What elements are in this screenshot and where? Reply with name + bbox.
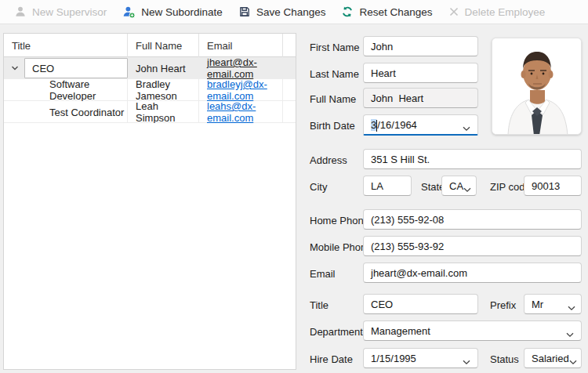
zip-code-value: 90013 [532, 180, 560, 192]
department-dropdown[interactable]: Management [363, 320, 582, 341]
column-header-title[interactable]: Title [4, 34, 128, 57]
save-changes-button[interactable]: Save Changes [230, 2, 334, 22]
first-name-field[interactable]: John [363, 36, 478, 56]
tree-header: Title Full Name Email [4, 34, 296, 57]
cell-email: jheart@dx-email.com [199, 57, 283, 79]
prefix-value: Mr [532, 299, 543, 310]
title-field[interactable]: CEO [363, 294, 478, 314]
column-header-full-name[interactable]: Full Name [128, 34, 199, 57]
title-cell-editor[interactable]: CEO [24, 58, 128, 78]
email-link[interactable]: jheart@dx-email.com [207, 57, 282, 79]
mobile-phone-field[interactable]: (213) 555-93-92 [363, 236, 582, 256]
new-supervisor-button[interactable]: New Supervisor [6, 2, 114, 22]
last-name-value: Heart [371, 67, 396, 79]
table-row-software-developer[interactable]: Software Developer Bradley Jameson bradl… [4, 79, 296, 101]
save-changes-label: Save Changes [256, 6, 326, 18]
portrait-illustration [492, 38, 582, 135]
delete-employee-label: Delete Employee [465, 6, 546, 18]
close-x-icon [448, 6, 459, 17]
refresh-icon [341, 5, 354, 18]
first-name-label: First Name [310, 42, 360, 53]
reset-changes-button[interactable]: Reset Changes [333, 2, 440, 22]
hire-date-label: Hire Date [310, 353, 353, 365]
chevron-down-icon[interactable] [463, 122, 470, 134]
birth-date-label: Birth Date [310, 120, 355, 132]
state-value: CA [449, 180, 463, 192]
person-icon [14, 5, 27, 18]
department-label: Department [310, 326, 363, 338]
person-add-icon [122, 5, 136, 19]
delete-employee-button[interactable]: Delete Employee [441, 2, 554, 22]
employee-photo [492, 38, 582, 135]
city-label: City [310, 181, 327, 193]
table-row-test-coordinator[interactable]: Test Coordinator Leah Simpson leahs@dx-e… [4, 101, 296, 123]
cell-email: bradleyj@dx-email.com [199, 79, 283, 101]
address-field[interactable]: 351 S Hill St. [363, 149, 582, 169]
title-label: Title [310, 299, 328, 311]
city-value: LA [371, 180, 383, 192]
status-dropdown[interactable]: Salaried [524, 348, 582, 368]
status-label: Status [490, 353, 519, 365]
new-subordinate-button[interactable]: New Subordinate [114, 2, 230, 22]
chevron-down-icon[interactable] [463, 183, 471, 195]
cell-full-name: Bradley Jameson [128, 79, 199, 101]
email-link[interactable]: leahs@dx-email.com [207, 101, 282, 123]
home-phone-label: Home Phone [310, 215, 369, 226]
hire-date-field[interactable]: 1/15/1995 [363, 348, 478, 368]
mobile-phone-value: (213) 555-93-92 [371, 241, 444, 252]
status-value: Salaried [532, 353, 569, 364]
save-icon [238, 5, 251, 18]
cell-title: Software Developer [4, 79, 128, 101]
birth-date-field[interactable]: 3/16/1964 [363, 114, 478, 136]
home-phone-value: (213) 555-92-08 [371, 214, 444, 226]
first-name-value: John [371, 41, 393, 53]
employee-editor-window: New Supervisor New Subordinate [0, 0, 588, 373]
email-field[interactable]: jheart@dx-email.com [363, 263, 582, 283]
toolbar: New Supervisor New Subordinate [0, 0, 588, 24]
full-name-label: Full Name [310, 93, 356, 105]
last-name-field[interactable]: Heart [363, 63, 478, 83]
column-header-email[interactable]: Email [199, 34, 283, 57]
birth-date-rest-text: /16/1964 [377, 119, 417, 131]
cell-title: CEO [32, 63, 54, 74]
state-dropdown[interactable]: CA [441, 176, 477, 196]
email-label: Email [310, 268, 336, 280]
new-supervisor-label: New Supervisor [32, 6, 107, 18]
prefix-label: Prefix [490, 299, 516, 311]
cell-email: leahs@dx-email.com [199, 101, 283, 123]
address-value: 351 S Hill St. [371, 154, 430, 165]
reset-changes-label: Reset Changes [359, 6, 432, 18]
chevron-down-icon[interactable] [463, 356, 470, 368]
cell-title: Test Coordinator [4, 101, 128, 123]
home-phone-field[interactable]: (213) 555-92-08 [363, 209, 582, 230]
zip-code-field[interactable]: 90013 [524, 176, 582, 196]
city-field[interactable]: LA [363, 176, 412, 196]
last-name-label: Last Name [310, 68, 359, 80]
hire-date-value: 1/15/1995 [371, 353, 416, 364]
chevron-down-icon[interactable] [569, 356, 577, 368]
new-subordinate-label: New Subordinate [141, 6, 223, 18]
cell-full-name: Leah Simpson [128, 101, 199, 123]
chevron-down-icon[interactable] [10, 63, 20, 73]
employee-tree-list: Title Full Name Email CEO John Heart jhe… [3, 33, 296, 370]
full-name-value: John Heart [371, 92, 423, 104]
chevron-down-icon[interactable] [568, 302, 575, 313]
department-value: Management [371, 325, 430, 337]
email-link[interactable]: bradleyj@dx-email.com [207, 79, 282, 101]
birth-date-selected-text: 3 [371, 119, 376, 131]
title-value: CEO [371, 299, 393, 310]
email-value: jheart@dx-email.com [371, 267, 467, 279]
prefix-dropdown[interactable]: Mr [524, 294, 582, 314]
chevron-down-icon[interactable] [566, 328, 574, 340]
full-name-field: John Heart [363, 88, 478, 108]
cell-full-name: John Heart [128, 57, 199, 79]
address-label: Address [310, 154, 347, 166]
table-row-ceo[interactable]: CEO John Heart jheart@dx-email.com [4, 57, 296, 79]
